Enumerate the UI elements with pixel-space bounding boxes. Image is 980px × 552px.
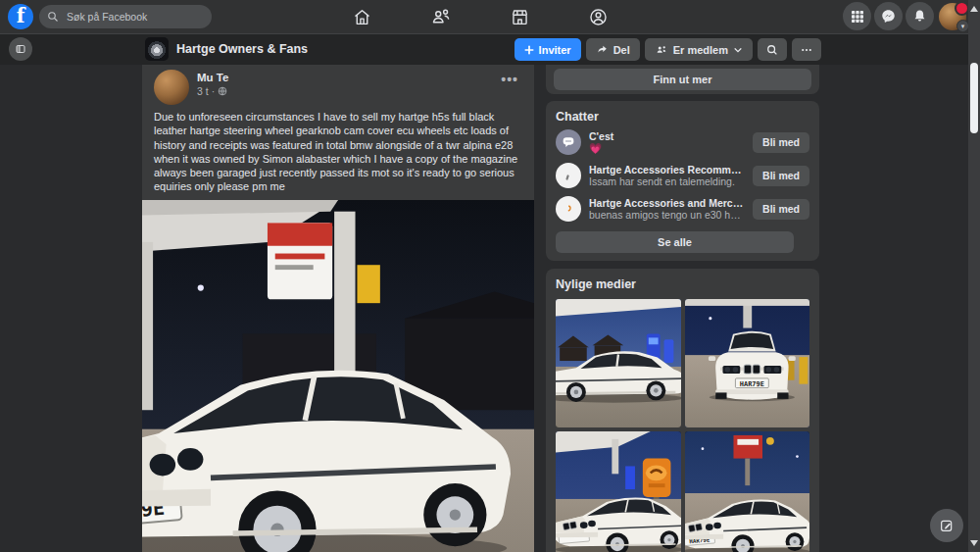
ellipsis-icon — [800, 43, 813, 57]
topbar-right-controls: ▾ — [843, 2, 966, 30]
recent-media-grid: HAR79E HAR79E — [556, 299, 809, 552]
post-meta: 3 t · — [197, 85, 228, 97]
profile-circle-tab[interactable] — [582, 3, 615, 30]
svg-text:HAR79E: HAR79E — [739, 380, 763, 388]
group-avatar[interactable] — [145, 37, 169, 61]
group-actions: Inviter Del Er medlem — [514, 38, 821, 61]
chat-item-2[interactable]: Hartge Accessories Recommendations Issam… — [556, 161, 809, 190]
chat-name: Hartge Accessories Recommendations — [589, 164, 745, 176]
post-card: Mu Te 3 t · ••• Due to unforeseen circum… — [142, 65, 534, 552]
chats-card: Chatter C'est 💗 Bli med — [546, 101, 819, 261]
group-more-button[interactable] — [792, 38, 821, 61]
members-icon — [655, 43, 668, 57]
recent-media-photo-1[interactable] — [556, 299, 681, 427]
scroll-up-arrow[interactable] — [970, 6, 978, 12]
home-tab[interactable] — [345, 3, 378, 30]
post-text: Due to unforeseen circumstances I have t… — [142, 105, 534, 200]
chat-bubble-icon — [561, 134, 576, 150]
share-icon — [596, 43, 609, 56]
scroll-down-arrow[interactable] — [970, 540, 978, 546]
search-icon — [47, 11, 59, 23]
notifications-button[interactable] — [906, 2, 934, 30]
chats-title: Chatter — [556, 110, 809, 124]
chat-item-3[interactable]: Hartge Accessories and Merchandise buena… — [556, 194, 809, 224]
group-title[interactable]: Hartge Owners & Fans — [176, 42, 308, 56]
recent-media-photo-4[interactable]: HAR79E — [685, 431, 810, 552]
join-button[interactable]: Bli med — [753, 199, 809, 220]
group-identity: Hartge Owners & Fans — [145, 37, 308, 61]
messenger-icon — [880, 8, 897, 25]
chat-avatar — [556, 163, 581, 188]
chat-preview: Issam har sendt en talemelding. — [589, 176, 745, 187]
bell-icon — [911, 8, 928, 25]
chat-preview: 💗 — [589, 142, 745, 155]
join-button[interactable]: Bli med — [753, 132, 809, 153]
menu-button[interactable] — [843, 2, 871, 30]
post-time[interactable]: 3 t — [197, 85, 209, 97]
group-search-button[interactable] — [758, 38, 787, 61]
sidebar-toggle-button[interactable] — [9, 37, 32, 61]
chat-bubble-avatar — [556, 129, 581, 155]
groups-icon — [430, 6, 452, 27]
globe-icon — [218, 86, 227, 96]
share-button[interactable]: Del — [586, 38, 640, 61]
chat-item-1[interactable]: C'est 💗 Bli med — [556, 127, 809, 157]
group-header-bar: Hartge Owners & Fans Inviter Del Er medl… — [0, 34, 980, 65]
scroll-thumb[interactable] — [970, 63, 978, 133]
recent-media-card: Nylige medier HAR79E — [546, 269, 819, 552]
marketplace-tab[interactable] — [503, 3, 536, 30]
right-sidebar: Finn ut mer Chatter C'est 💗 Bli med — [546, 65, 819, 552]
grid-menu-icon — [850, 9, 865, 25]
account-avatar[interactable]: ▾ — [939, 3, 966, 30]
membership-button[interactable]: Er medlem — [645, 38, 753, 61]
recent-media-photo-3[interactable] — [556, 431, 681, 552]
search-icon — [765, 43, 779, 57]
marketplace-icon — [510, 7, 530, 27]
product-glyph-icon — [561, 201, 576, 217]
see-all-button[interactable]: Se alle — [556, 231, 794, 253]
messenger-button[interactable] — [874, 2, 903, 30]
search-input[interactable] — [65, 10, 176, 24]
chat-preview: buenas amigos tengo un e30 hartge modelo… — [589, 209, 745, 221]
chat-name: C'est — [589, 130, 745, 142]
about-card: Finn ut mer — [546, 65, 819, 94]
compose-pencil-icon — [939, 518, 955, 533]
plus-icon — [524, 45, 534, 55]
top-navigation-bar: f — [0, 0, 980, 34]
chevron-down-icon — [733, 45, 743, 55]
invite-button[interactable]: Inviter — [514, 38, 581, 61]
main-nav-tabs — [345, 0, 615, 33]
chat-name: Hartge Accessories and Merchandise — [589, 197, 745, 209]
recent-media-title: Nylige medier — [556, 277, 809, 291]
post-header: Mu Te 3 t · ••• — [142, 65, 534, 105]
post-author-name[interactable]: Mu Te — [197, 72, 228, 83]
search-bar[interactable] — [39, 5, 212, 28]
panel-icon — [15, 42, 26, 56]
join-button[interactable]: Bli med — [753, 166, 809, 186]
home-icon — [352, 7, 372, 27]
post-more-button[interactable]: ••• — [495, 71, 524, 88]
post-photo-main[interactable]: HAR79E — [142, 200, 534, 552]
chat-avatar — [556, 196, 581, 222]
compose-button[interactable] — [930, 509, 963, 542]
groups-tab[interactable] — [424, 3, 458, 30]
facebook-logo[interactable]: f — [8, 4, 33, 29]
discover-more-button[interactable]: Finn ut mer — [554, 69, 811, 90]
page-scrollbar — [968, 0, 980, 552]
post-author-avatar[interactable] — [154, 70, 189, 105]
facebook-dark-screen: f — [0, 0, 980, 552]
person-circle-icon — [588, 7, 609, 27]
photo-glyph-icon — [561, 168, 576, 183]
recent-media-photo-2[interactable]: HAR79E — [685, 299, 810, 427]
notification-badge — [955, 1, 969, 16]
